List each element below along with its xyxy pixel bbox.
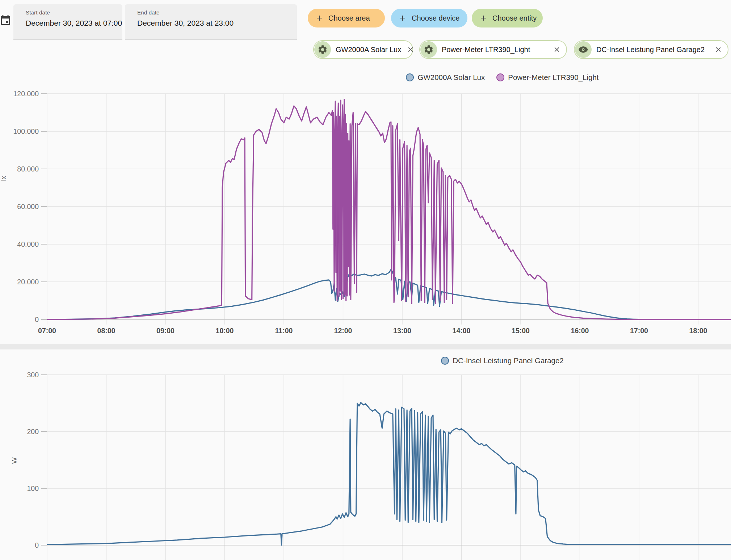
y-axis-label: 120.000 <box>13 90 39 98</box>
x-axis-label: 13:00 <box>393 327 411 335</box>
chart-1: 120.000100.00080.00060.00040.00020.00000… <box>0 90 731 335</box>
chart1-legend: GW2000A Solar Lux Power-Meter LTR390_Lig… <box>275 71 730 84</box>
legend-dot <box>406 73 414 81</box>
y-axis-label: 300 <box>27 371 39 379</box>
x-axis-label: 08:00 <box>97 327 115 335</box>
legend-item-solar-lux[interactable]: GW2000A Solar Lux <box>406 73 485 82</box>
history-page: { "header": { "start_date": {"label": "S… <box>0 0 731 560</box>
chart-plot-area[interactable] <box>47 94 731 319</box>
x-axis-label: 15:00 <box>512 327 530 335</box>
charts-canvas: 120.000100.00080.00060.00040.00020.00000… <box>0 0 731 560</box>
legend-label: GW2000A Solar Lux <box>417 73 485 82</box>
x-axis-label: 14:00 <box>453 327 471 335</box>
chart-2: 3002001000W <box>10 371 731 560</box>
x-axis-label: 17:00 <box>630 327 648 335</box>
y-axis-label: 20.000 <box>17 278 39 286</box>
x-axis-label: 11:00 <box>275 327 293 335</box>
chart-plot-area[interactable] <box>47 375 731 545</box>
y-axis-unit-label: W <box>10 457 18 464</box>
legend-dot <box>496 73 504 81</box>
x-axis-label: 07:00 <box>38 327 56 335</box>
legend-item-dc-insel[interactable]: DC-Insel Leistung Panel Garage2 <box>441 356 564 365</box>
legend-item-ltr390[interactable]: Power-Meter LTR390_Light <box>496 73 598 82</box>
legend-dot <box>441 357 449 365</box>
y-axis-label: 0 <box>35 541 39 549</box>
y-axis-label: 100.000 <box>13 127 39 135</box>
x-axis-label: 10:00 <box>216 327 234 335</box>
x-axis-label: 18:00 <box>689 327 707 335</box>
legend-label: DC-Insel Leistung Panel Garage2 <box>453 356 564 365</box>
x-axis-label: 16:00 <box>571 327 589 335</box>
legend-label: Power-Meter LTR390_Light <box>508 73 598 82</box>
y-axis-label: 80.000 <box>17 165 39 173</box>
y-axis-label: 60.000 <box>17 203 39 211</box>
chart2-legend: DC-Insel Leistung Panel Garage2 <box>275 354 730 367</box>
x-axis-label: 09:00 <box>156 327 175 335</box>
x-axis-label: 12:00 <box>334 327 352 335</box>
y-axis-label: 200 <box>27 428 39 436</box>
y-axis-label: 100 <box>27 484 39 492</box>
y-axis-label: 0 <box>35 315 39 323</box>
card-divider <box>0 344 731 349</box>
y-axis-label: 40.000 <box>17 240 39 248</box>
y-axis-unit-label: lx <box>0 176 7 181</box>
